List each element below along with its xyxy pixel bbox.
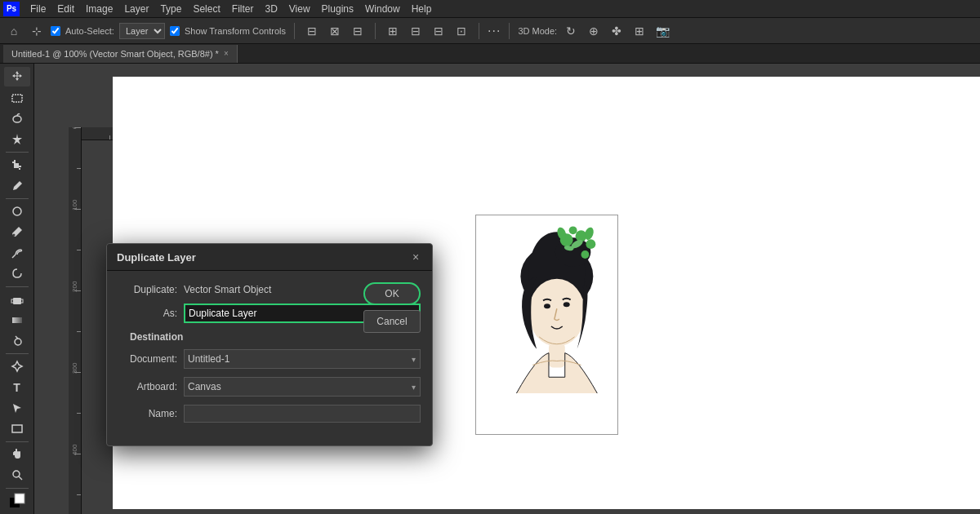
- hand-tool[interactable]: [4, 445, 30, 464]
- clone-stamp-tool[interactable]: [4, 243, 30, 263]
- as-label: As:: [118, 308, 184, 319]
- rectangle-tool[interactable]: [4, 419, 30, 438]
- cancel-button[interactable]: Cancel: [363, 310, 421, 333]
- menu-image[interactable]: Image: [80, 2, 118, 16]
- svg-rect-12: [15, 494, 24, 503]
- document-row: Document: Untitled-1: [118, 349, 421, 369]
- more-options[interactable]: ···: [488, 24, 501, 38]
- tool-separator-5: [6, 441, 29, 442]
- duplicate-value: Vector Smart Object: [184, 284, 271, 295]
- rectangular-marquee-tool[interactable]: [4, 87, 30, 107]
- tool-separator-1: [6, 152, 29, 153]
- auto-select-dropdown[interactable]: Layer: [119, 23, 165, 39]
- artboard-label: Artboard:: [118, 381, 184, 392]
- eyedropper-tool[interactable]: [4, 175, 30, 195]
- duplicate-layer-dialog: Duplicate Layer × OK Cancel Duplicate: V…: [106, 243, 433, 446]
- auto-select-label: Auto-Select:: [65, 26, 114, 36]
- name-input[interactable]: [184, 405, 421, 423]
- menu-file[interactable]: File: [24, 2, 51, 16]
- dialog-buttons: OK Cancel: [363, 282, 421, 333]
- menu-3d[interactable]: 3D: [259, 2, 283, 16]
- lasso-tool[interactable]: [4, 109, 30, 128]
- svg-point-4: [12, 234, 15, 237]
- healing-brush-tool[interactable]: [4, 202, 30, 221]
- separator-3: [479, 23, 479, 39]
- ok-button[interactable]: OK: [363, 282, 421, 305]
- dialog-close-button[interactable]: ×: [409, 250, 422, 264]
- menu-bar: Ps File Edit Image Layer Type Select Fil…: [0, 0, 980, 18]
- pen-tool[interactable]: [4, 357, 30, 376]
- menu-help[interactable]: Help: [406, 2, 438, 16]
- menu-select[interactable]: Select: [187, 2, 225, 16]
- align-right-icon[interactable]: ⊟: [349, 22, 367, 40]
- document-select[interactable]: Untitled-1: [184, 349, 421, 369]
- tool-separator-2: [6, 198, 29, 199]
- move-tool-icon[interactable]: ⊹: [28, 22, 46, 40]
- svg-point-8: [15, 339, 21, 345]
- type-tool[interactable]: T: [4, 377, 30, 397]
- align-center-icon[interactable]: ⊠: [326, 22, 344, 40]
- separator-2: [375, 23, 376, 39]
- artboard-select-wrapper: Canvas: [184, 377, 421, 397]
- dialog-title: Duplicate Layer: [117, 251, 196, 264]
- tool-separator-4: [6, 353, 29, 354]
- crop-tool[interactable]: [4, 155, 30, 175]
- menu-view[interactable]: View: [283, 2, 316, 16]
- show-transform-checkbox[interactable]: [170, 26, 180, 36]
- menu-window[interactable]: Window: [359, 2, 406, 16]
- artboard-select[interactable]: Canvas: [184, 377, 421, 397]
- align-left-icon[interactable]: ⊟: [303, 22, 321, 40]
- slide-3d-icon[interactable]: ⊞: [630, 22, 648, 40]
- duplicate-label: Duplicate:: [118, 284, 184, 295]
- orbit-icon[interactable]: ⊕: [585, 22, 603, 40]
- name-row: Name:: [118, 405, 421, 423]
- menu-edit[interactable]: Edit: [51, 2, 80, 16]
- destination-section-label: Destination: [118, 331, 421, 343]
- zoom-tool[interactable]: [4, 465, 30, 485]
- dialog-titlebar: Duplicate Layer ×: [107, 244, 432, 271]
- menu-filter[interactable]: Filter: [226, 2, 260, 16]
- eraser-tool[interactable]: [4, 289, 30, 308]
- 3d-mode-label: 3D Mode:: [518, 26, 557, 36]
- tab-close-button[interactable]: ×: [224, 49, 229, 58]
- pan-3d-icon[interactable]: ✤: [608, 22, 626, 40]
- dialog-overlay: Duplicate Layer × OK Cancel Duplicate: V…: [34, 64, 980, 514]
- canvas-area: Duplicate Layer × OK Cancel Duplicate: V…: [34, 64, 980, 514]
- brush-tool[interactable]: [4, 222, 30, 241]
- camera-icon[interactable]: 📷: [653, 22, 671, 40]
- svg-rect-5: [13, 298, 21, 304]
- tool-separator-6: [6, 488, 29, 489]
- artboard-row: Artboard: Canvas: [118, 377, 421, 397]
- distribute-icon[interactable]: ⊞: [384, 22, 402, 40]
- path-selection-tool[interactable]: [4, 398, 30, 418]
- magic-wand-tool[interactable]: [4, 129, 30, 148]
- ps-logo: Ps: [3, 2, 20, 16]
- svg-rect-9: [12, 425, 22, 432]
- main-layout: T: [0, 64, 980, 514]
- rotate-3d-icon[interactable]: ↻: [562, 22, 580, 40]
- menu-layer[interactable]: Layer: [118, 2, 154, 16]
- svg-point-1: [13, 116, 21, 122]
- home-icon[interactable]: ⌂: [5, 22, 23, 40]
- menu-plugins[interactable]: Plugins: [316, 2, 359, 16]
- gradient-tool[interactable]: [4, 310, 30, 330]
- move-tool[interactable]: [4, 67, 30, 86]
- options-bar: ⌂ ⊹ Auto-Select: Layer Show Transform Co…: [0, 18, 980, 44]
- document-tab[interactable]: Untitled-1 @ 100% (Vector Smart Object, …: [3, 45, 238, 63]
- foreground-color[interactable]: [4, 490, 30, 510]
- distribute-icon2[interactable]: ⊟: [407, 22, 425, 40]
- toolbar: T: [0, 64, 34, 514]
- document-label: Document:: [118, 353, 184, 365]
- distribute-icon3[interactable]: ⊟: [430, 22, 448, 40]
- svg-point-10: [13, 471, 20, 477]
- svg-rect-7: [12, 317, 22, 323]
- dialog-body: OK Cancel Duplicate: Vector Smart Object…: [107, 271, 432, 445]
- history-brush-tool[interactable]: [4, 264, 30, 283]
- document-select-wrapper: Untitled-1: [184, 349, 421, 369]
- auto-select-checkbox[interactable]: [51, 26, 60, 36]
- svg-rect-0: [12, 95, 22, 102]
- dodge-tool[interactable]: [4, 330, 30, 350]
- show-transform-label: Show Transform Controls: [185, 26, 286, 36]
- distribute-icon4[interactable]: ⊡: [452, 22, 470, 40]
- menu-type[interactable]: Type: [154, 2, 187, 16]
